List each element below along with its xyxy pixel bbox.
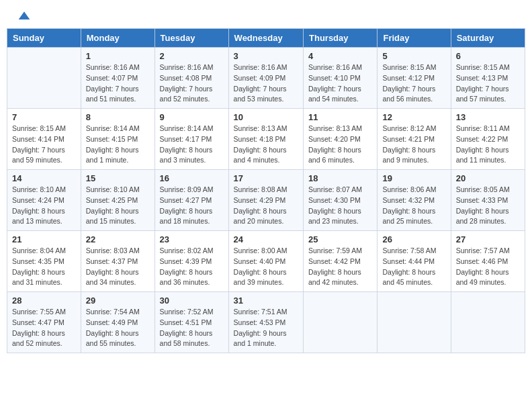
calendar-table: SundayMondayTuesdayWednesdayThursdayFrid… <box>7 28 525 353</box>
calendar-week-row: 28Sunrise: 7:55 AMSunset: 4:47 PMDayligh… <box>7 292 525 353</box>
calendar-cell: 26Sunrise: 7:58 AMSunset: 4:44 PMDayligh… <box>378 231 451 292</box>
calendar-cell: 6Sunrise: 8:15 AMSunset: 4:13 PMDaylight… <box>451 48 525 109</box>
calendar-cell: 16Sunrise: 8:09 AMSunset: 4:27 PMDayligh… <box>154 170 228 231</box>
calendar-cell: 5Sunrise: 8:15 AMSunset: 4:12 PMDaylight… <box>378 48 451 109</box>
day-number: 9 <box>160 112 224 122</box>
day-info: Sunrise: 8:14 AMSunset: 4:15 PMDaylight:… <box>86 124 150 166</box>
calendar-cell: 23Sunrise: 8:02 AMSunset: 4:39 PMDayligh… <box>154 231 228 292</box>
day-info: Sunrise: 8:03 AMSunset: 4:37 PMDaylight:… <box>86 246 150 288</box>
day-number: 20 <box>456 173 520 183</box>
calendar-cell: 31Sunrise: 7:51 AMSunset: 4:53 PMDayligh… <box>228 292 303 353</box>
day-number: 3 <box>234 51 298 61</box>
calendar-cell: 14Sunrise: 8:10 AMSunset: 4:24 PMDayligh… <box>7 170 81 231</box>
day-info: Sunrise: 8:13 AMSunset: 4:18 PMDaylight:… <box>234 124 298 166</box>
calendar-cell: 27Sunrise: 7:57 AMSunset: 4:46 PMDayligh… <box>451 231 525 292</box>
calendar-cell: 20Sunrise: 8:05 AMSunset: 4:33 PMDayligh… <box>451 170 525 231</box>
day-number: 30 <box>160 295 224 306</box>
day-number: 11 <box>308 112 372 122</box>
calendar-cell: 12Sunrise: 8:12 AMSunset: 4:21 PMDayligh… <box>378 109 451 170</box>
logo <box>16 12 31 23</box>
day-number: 12 <box>382 112 445 122</box>
day-info: Sunrise: 8:12 AMSunset: 4:21 PMDaylight:… <box>382 124 445 166</box>
weekday-header-sunday: Sunday <box>7 29 81 48</box>
calendar-cell: 22Sunrise: 8:03 AMSunset: 4:37 PMDayligh… <box>81 231 154 292</box>
day-info: Sunrise: 7:58 AMSunset: 4:44 PMDaylight:… <box>382 246 445 288</box>
day-number: 8 <box>86 112 150 122</box>
weekday-header-thursday: Thursday <box>304 29 378 48</box>
calendar-week-row: 1Sunrise: 8:16 AMSunset: 4:07 PMDaylight… <box>7 48 525 109</box>
day-info: Sunrise: 8:16 AMSunset: 4:08 PMDaylight:… <box>160 62 224 105</box>
calendar-cell: 17Sunrise: 8:08 AMSunset: 4:29 PMDayligh… <box>228 170 303 231</box>
calendar-cell: 25Sunrise: 7:59 AMSunset: 4:42 PMDayligh… <box>304 231 378 292</box>
calendar-cell: 3Sunrise: 8:16 AMSunset: 4:09 PMDaylight… <box>228 48 303 109</box>
day-number: 27 <box>456 234 520 244</box>
day-info: Sunrise: 8:11 AMSunset: 4:22 PMDaylight:… <box>456 124 520 166</box>
day-info: Sunrise: 8:07 AMSunset: 4:30 PMDaylight:… <box>308 185 372 227</box>
weekday-header-saturday: Saturday <box>451 29 525 48</box>
day-info: Sunrise: 8:04 AMSunset: 4:35 PMDaylight:… <box>12 246 76 288</box>
day-info: Sunrise: 8:15 AMSunset: 4:13 PMDaylight:… <box>456 62 520 105</box>
day-info: Sunrise: 8:05 AMSunset: 4:33 PMDaylight:… <box>456 185 520 227</box>
calendar-cell: 4Sunrise: 8:16 AMSunset: 4:10 PMDaylight… <box>304 48 378 109</box>
calendar-cell <box>7 48 81 109</box>
weekday-header-friday: Friday <box>378 29 451 48</box>
day-info: Sunrise: 8:15 AMSunset: 4:12 PMDaylight:… <box>382 62 445 105</box>
day-number: 28 <box>12 295 76 306</box>
calendar-cell: 8Sunrise: 8:14 AMSunset: 4:15 PMDaylight… <box>81 109 154 170</box>
calendar-cell: 7Sunrise: 8:15 AMSunset: 4:14 PMDaylight… <box>7 109 81 170</box>
day-number: 2 <box>160 51 224 61</box>
calendar-cell: 30Sunrise: 7:52 AMSunset: 4:51 PMDayligh… <box>154 292 228 353</box>
calendar-cell: 29Sunrise: 7:54 AMSunset: 4:49 PMDayligh… <box>81 292 154 353</box>
day-info: Sunrise: 8:16 AMSunset: 4:09 PMDaylight:… <box>234 62 298 105</box>
day-info: Sunrise: 8:09 AMSunset: 4:27 PMDaylight:… <box>160 185 224 227</box>
calendar-week-row: 21Sunrise: 8:04 AMSunset: 4:35 PMDayligh… <box>7 231 525 292</box>
day-info: Sunrise: 7:51 AMSunset: 4:53 PMDaylight:… <box>234 307 298 349</box>
day-info: Sunrise: 8:10 AMSunset: 4:24 PMDaylight:… <box>12 185 76 227</box>
day-info: Sunrise: 8:08 AMSunset: 4:29 PMDaylight:… <box>234 185 298 227</box>
day-number: 19 <box>382 173 445 183</box>
day-info: Sunrise: 8:15 AMSunset: 4:14 PMDaylight:… <box>12 124 76 166</box>
day-number: 14 <box>12 173 76 183</box>
calendar-cell: 13Sunrise: 8:11 AMSunset: 4:22 PMDayligh… <box>451 109 525 170</box>
day-info: Sunrise: 7:52 AMSunset: 4:51 PMDaylight:… <box>160 307 224 349</box>
day-info: Sunrise: 8:16 AMSunset: 4:07 PMDaylight:… <box>86 62 150 105</box>
day-number: 15 <box>86 173 150 183</box>
day-number: 18 <box>308 173 372 183</box>
day-info: Sunrise: 8:06 AMSunset: 4:32 PMDaylight:… <box>382 185 445 227</box>
day-number: 16 <box>160 173 224 183</box>
calendar-cell: 2Sunrise: 8:16 AMSunset: 4:08 PMDaylight… <box>154 48 228 109</box>
calendar-cell: 10Sunrise: 8:13 AMSunset: 4:18 PMDayligh… <box>228 109 303 170</box>
day-number: 10 <box>234 112 298 122</box>
calendar-cell: 9Sunrise: 8:14 AMSunset: 4:17 PMDaylight… <box>154 109 228 170</box>
day-info: Sunrise: 8:13 AMSunset: 4:20 PMDaylight:… <box>308 124 372 166</box>
day-number: 26 <box>382 234 445 244</box>
calendar-cell: 24Sunrise: 8:00 AMSunset: 4:40 PMDayligh… <box>228 231 303 292</box>
calendar-cell <box>304 292 378 353</box>
day-info: Sunrise: 8:00 AMSunset: 4:40 PMDaylight:… <box>234 246 298 288</box>
calendar-week-row: 14Sunrise: 8:10 AMSunset: 4:24 PMDayligh… <box>7 170 525 231</box>
day-info: Sunrise: 8:14 AMSunset: 4:17 PMDaylight:… <box>160 124 224 166</box>
day-number: 5 <box>382 51 445 61</box>
day-info: Sunrise: 7:55 AMSunset: 4:47 PMDaylight:… <box>12 307 76 349</box>
calendar-cell <box>451 292 525 353</box>
day-number: 29 <box>86 295 150 306</box>
calendar-header-row: SundayMondayTuesdayWednesdayThursdayFrid… <box>7 29 525 48</box>
day-number: 13 <box>456 112 520 122</box>
day-number: 23 <box>160 234 224 244</box>
calendar-cell: 15Sunrise: 8:10 AMSunset: 4:25 PMDayligh… <box>81 170 154 231</box>
calendar-cell: 1Sunrise: 8:16 AMSunset: 4:07 PMDaylight… <box>81 48 154 109</box>
day-number: 6 <box>456 51 520 61</box>
weekday-header-wednesday: Wednesday <box>228 29 303 48</box>
calendar-cell: 18Sunrise: 8:07 AMSunset: 4:30 PMDayligh… <box>304 170 378 231</box>
calendar-wrapper: SundayMondayTuesdayWednesdayThursdayFrid… <box>0 28 532 360</box>
calendar-week-row: 7Sunrise: 8:15 AMSunset: 4:14 PMDaylight… <box>7 109 525 170</box>
day-info: Sunrise: 8:10 AMSunset: 4:25 PMDaylight:… <box>86 185 150 227</box>
calendar-cell: 19Sunrise: 8:06 AMSunset: 4:32 PMDayligh… <box>378 170 451 231</box>
day-info: Sunrise: 7:59 AMSunset: 4:42 PMDaylight:… <box>308 246 372 288</box>
day-number: 24 <box>234 234 298 244</box>
day-info: Sunrise: 7:57 AMSunset: 4:46 PMDaylight:… <box>456 246 520 288</box>
day-number: 17 <box>234 173 298 183</box>
weekday-header-monday: Monday <box>81 29 154 48</box>
weekday-header-tuesday: Tuesday <box>154 29 228 48</box>
page-header <box>0 0 532 28</box>
